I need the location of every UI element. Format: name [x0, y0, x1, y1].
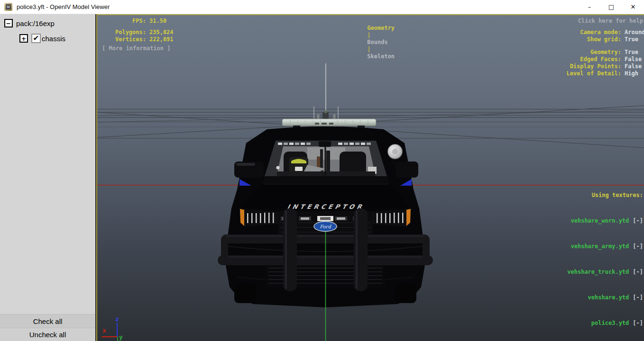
- more-information-link[interactable]: [ More information ]: [102, 45, 174, 52]
- textures-list: Using textures: vehshare_worn.ytd[-] veh…: [567, 174, 643, 341]
- geometry-label: Geometry:: [566, 49, 621, 56]
- right-headlight: [373, 209, 411, 227]
- help-link[interactable]: Click here for help: [566, 18, 643, 25]
- axis-gizmo: z x y: [101, 315, 123, 341]
- textures-header: Using textures:: [567, 191, 643, 199]
- texture-item[interactable]: vehshare_truck.ytd[-]: [567, 268, 643, 276]
- display-points-label: Display Points:: [566, 63, 621, 70]
- show-grid-value[interactable]: True: [621, 36, 643, 43]
- tab-geometry[interactable]: Geometry: [367, 25, 395, 31]
- tab-separator: |: [367, 32, 370, 38]
- collapse-icon[interactable]: −: [4, 19, 13, 27]
- edged-faces-value[interactable]: False: [621, 56, 643, 63]
- collapse-toggle: [-]: [633, 217, 643, 224]
- window-title: police3.yft - OpenIV Model Viewer: [17, 3, 110, 10]
- check-all-button[interactable]: Check all: [0, 314, 95, 328]
- texture-item[interactable]: vehshare_army.ytd[-]: [567, 242, 643, 251]
- windshield: [265, 141, 387, 176]
- texture-item[interactable]: vehshare_worn.ytd[-]: [567, 216, 643, 225]
- vertices-value: 222,691: [146, 36, 174, 43]
- camera-mode-label: Camera mode:: [566, 29, 621, 36]
- collapse-toggle: [-]: [633, 269, 643, 275]
- expand-icon[interactable]: +: [19, 34, 28, 43]
- left-front-tire: [234, 283, 256, 303]
- tab-separator: |: [367, 46, 370, 53]
- window-controls: – □ ✕: [579, 0, 644, 14]
- viewer-settings: Click here for help Camera mode: Around …: [566, 18, 643, 77]
- model-stats: FPS: 31.50 Polygons: 235,024 Vertices: 2…: [102, 18, 174, 52]
- svg-text:y: y: [119, 333, 123, 341]
- left-headlight: [240, 209, 278, 227]
- right-front-tire: [395, 283, 416, 303]
- title-bar: IV police3.yft - OpenIV Model Viewer – □…: [0, 0, 644, 14]
- level-of-detail-value[interactable]: High: [621, 70, 643, 77]
- collapse-toggle: [-]: [633, 320, 643, 326]
- tab-skeleton[interactable]: Skeleton: [367, 53, 395, 60]
- spotlight-handle-knob: [276, 166, 280, 170]
- antennas: [313, 63, 339, 122]
- display-points-value[interactable]: False: [621, 63, 643, 70]
- chassis-checkbox[interactable]: ✔: [31, 34, 41, 43]
- tree-actions: Check all Uncheck all: [0, 314, 95, 341]
- collapse-toggle: [-]: [633, 294, 643, 301]
- minimize-icon[interactable]: –: [579, 0, 600, 14]
- svg-text:z: z: [115, 315, 119, 323]
- model-viewport[interactable]: INTERCEPTOR: [96, 14, 644, 341]
- level-of-detail-label: Level of Detail:: [566, 70, 621, 77]
- edged-faces-label: Edged Faces:: [566, 56, 621, 63]
- tree-node-pack: − pack:/16exp: [4, 19, 95, 27]
- vertices-label: Vertices:: [102, 36, 146, 43]
- close-icon[interactable]: ✕: [622, 0, 644, 14]
- polygons-label: Polygons:: [102, 29, 146, 36]
- tree-node-chassis: + ✔ chassis: [19, 34, 95, 43]
- ford-badge: Ford: [314, 222, 337, 232]
- openiv-app-icon-glyph: IV: [6, 4, 11, 9]
- right-side-mirror: [396, 162, 418, 178]
- texture-item[interactable]: police3.ytd[-]: [567, 319, 643, 327]
- maximize-icon[interactable]: □: [600, 0, 622, 14]
- collapse-toggle: [-]: [633, 243, 643, 250]
- tab-bounds[interactable]: Bounds: [367, 39, 387, 45]
- hood-interceptor-text: INTERCEPTOR: [286, 203, 365, 210]
- camera-mode-value[interactable]: Around: [621, 29, 643, 36]
- geometry-value[interactable]: True: [621, 49, 643, 56]
- texture-item[interactable]: vehshare.ytd[-]: [567, 293, 643, 302]
- show-grid-label: Show grid:: [566, 36, 621, 43]
- fps-label: FPS:: [102, 18, 146, 25]
- model-tree-panel: − pack:/16exp + ✔ chassis Check all Unch…: [0, 14, 96, 341]
- svg-text:x: x: [102, 327, 106, 334]
- polygons-value: 235,024: [146, 29, 174, 36]
- openiv-model-viewer-window: IV police3.yft - OpenIV Model Viewer – □…: [0, 0, 644, 341]
- view-mode-tabs: Geometry | Bounds | Skeleton: [345, 18, 396, 67]
- tree-node-chassis-label: chassis: [42, 35, 65, 43]
- uncheck-all-button[interactable]: Uncheck all: [0, 328, 95, 341]
- tree-node-pack-label: pack:/16exp: [16, 19, 55, 27]
- openiv-app-icon: IV: [4, 3, 12, 11]
- fps-value: 31.50: [146, 18, 174, 25]
- svg-text:Ford: Ford: [320, 224, 331, 229]
